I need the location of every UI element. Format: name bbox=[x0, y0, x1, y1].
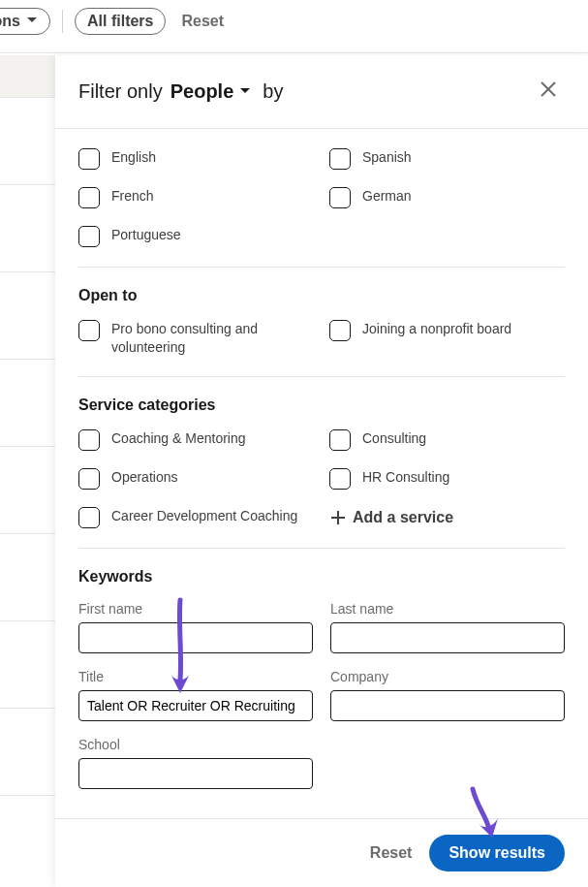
checkbox-label: English bbox=[111, 148, 156, 167]
checkbox-career-dev-coaching[interactable]: Career Development Coaching bbox=[78, 507, 314, 528]
show-results-button[interactable]: Show results bbox=[429, 835, 565, 871]
checkbox-label: Coaching & Mentoring bbox=[111, 429, 246, 448]
checkbox-label: Spanish bbox=[362, 148, 412, 167]
checkbox-icon bbox=[78, 226, 100, 247]
checkbox-icon bbox=[78, 507, 100, 528]
last-name-label: Last name bbox=[330, 601, 565, 617]
checkbox-icon bbox=[329, 468, 351, 490]
checkbox-consulting[interactable]: Consulting bbox=[329, 429, 565, 451]
service-categories-grid: Coaching & Mentoring Consulting Operatio… bbox=[78, 429, 565, 528]
locations-chip[interactable]: cations bbox=[0, 8, 50, 35]
checkbox-label: French bbox=[111, 187, 154, 206]
show-results-label: Show results bbox=[449, 844, 545, 861]
all-filters-chip[interactable]: All filters bbox=[75, 8, 166, 35]
languages-section: English Spanish French German Portuguese bbox=[78, 129, 565, 268]
reset-button-label: Reset bbox=[370, 844, 413, 861]
checkbox-icon bbox=[329, 320, 351, 341]
keywords-title: Keywords bbox=[78, 568, 565, 586]
checkbox-icon bbox=[78, 468, 100, 490]
checkbox-label: Joining a nonprofit board bbox=[362, 320, 511, 338]
checkbox-english[interactable]: English bbox=[78, 148, 314, 170]
checkbox-icon bbox=[78, 429, 100, 451]
checkbox-icon bbox=[78, 148, 100, 170]
school-field: School bbox=[78, 737, 313, 789]
caret-down-icon bbox=[26, 13, 38, 30]
filters-panel: Filter only People by English Spanish Fr… bbox=[55, 55, 588, 887]
keywords-section: Keywords First name Last name Title Comp… bbox=[78, 549, 565, 808]
company-label: Company bbox=[330, 669, 565, 684]
close-button[interactable] bbox=[532, 73, 565, 111]
checkbox-label: German bbox=[362, 187, 412, 206]
topbar-reset-label: Reset bbox=[181, 13, 224, 29]
first-name-field: First name bbox=[78, 601, 313, 653]
checkbox-german[interactable]: German bbox=[329, 187, 565, 208]
title-field: Title bbox=[78, 669, 313, 721]
add-service-label: Add a service bbox=[353, 509, 453, 526]
panel-body[interactable]: English Spanish French German Portuguese… bbox=[55, 129, 588, 818]
checkbox-portuguese[interactable]: Portuguese bbox=[78, 226, 314, 247]
checkbox-label: HR Consulting bbox=[362, 468, 449, 487]
company-field: Company bbox=[330, 669, 565, 721]
checkbox-icon bbox=[78, 320, 100, 341]
checkbox-label: Portuguese bbox=[111, 226, 181, 244]
open-to-section: Open to Pro bono consulting and voluntee… bbox=[78, 268, 565, 377]
checkbox-label: Pro bono consulting and volunteering bbox=[111, 320, 314, 357]
school-label: School bbox=[78, 737, 313, 752]
caret-down-icon bbox=[239, 84, 251, 100]
last-name-input[interactable] bbox=[330, 622, 565, 653]
topbar-reset-button[interactable]: Reset bbox=[173, 9, 232, 34]
first-name-label: First name bbox=[78, 601, 313, 617]
checkbox-label: Operations bbox=[111, 468, 177, 487]
checkbox-label: Career Development Coaching bbox=[111, 507, 297, 525]
last-name-field: Last name bbox=[330, 601, 565, 653]
filters-topbar: cations All filters Reset bbox=[0, 0, 588, 53]
panel-header: Filter only People by bbox=[55, 55, 588, 129]
checkbox-icon bbox=[329, 148, 351, 170]
first-name-input[interactable] bbox=[78, 622, 313, 653]
add-service-button[interactable]: Add a service bbox=[329, 507, 565, 528]
plus-icon bbox=[329, 509, 347, 526]
keywords-grid: First name Last name Title Company Schoo… bbox=[78, 601, 565, 789]
checkbox-icon bbox=[329, 187, 351, 208]
checkbox-probono[interactable]: Pro bono consulting and volunteering bbox=[78, 320, 314, 357]
open-to-title: Open to bbox=[78, 287, 565, 304]
checkbox-nonprofit-board[interactable]: Joining a nonprofit board bbox=[329, 320, 565, 357]
locations-chip-label: cations bbox=[0, 13, 20, 30]
entity-dropdown-value: People bbox=[170, 80, 234, 103]
title-input[interactable] bbox=[78, 690, 313, 721]
checkbox-icon bbox=[78, 187, 100, 208]
filter-only-label: Filter only bbox=[78, 80, 163, 103]
close-icon bbox=[538, 79, 559, 100]
checkbox-french[interactable]: French bbox=[78, 187, 314, 208]
entity-dropdown[interactable]: People bbox=[170, 80, 252, 103]
languages-grid: English Spanish French German Portuguese bbox=[78, 148, 565, 247]
checkbox-hr-consulting[interactable]: HR Consulting bbox=[329, 468, 565, 490]
school-input[interactable] bbox=[78, 758, 313, 789]
checkbox-operations[interactable]: Operations bbox=[78, 468, 314, 490]
checkbox-coaching-mentoring[interactable]: Coaching & Mentoring bbox=[78, 429, 314, 451]
checkbox-spanish[interactable]: Spanish bbox=[329, 148, 565, 170]
checkbox-label: Consulting bbox=[362, 429, 426, 448]
service-categories-section: Service categories Coaching & Mentoring … bbox=[78, 377, 565, 549]
title-label: Title bbox=[78, 669, 313, 684]
company-input[interactable] bbox=[330, 690, 565, 721]
checkbox-icon bbox=[329, 429, 351, 451]
by-label: by bbox=[263, 80, 283, 103]
reset-button[interactable]: Reset bbox=[370, 844, 413, 862]
panel-footer: Reset Show results bbox=[55, 818, 588, 887]
all-filters-chip-label: All filters bbox=[87, 13, 153, 30]
open-to-grid: Pro bono consulting and volunteering Joi… bbox=[78, 320, 565, 357]
vertical-separator bbox=[62, 10, 63, 33]
service-categories-title: Service categories bbox=[78, 396, 565, 414]
